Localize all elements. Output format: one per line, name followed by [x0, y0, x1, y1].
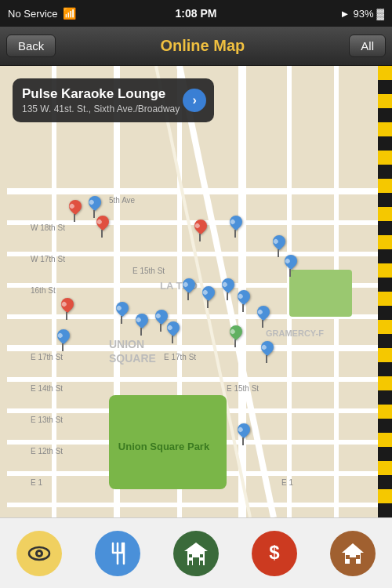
- status-time: 1:08 PM: [176, 7, 217, 20]
- pin-blue[interactable]: [272, 235, 286, 257]
- callout-address: 135 W. 41st. St., Sixth Ave./Broadway: [22, 103, 180, 114]
- pin-blue[interactable]: [237, 423, 251, 445]
- map-area[interactable]: Union Square Park W 18th St W 17th St 16…: [0, 66, 392, 517]
- svg-text:UNION: UNION: [109, 338, 144, 350]
- pin-blue[interactable]: [135, 314, 149, 336]
- svg-text:E 15th St: E 15th St: [132, 267, 165, 275]
- pin-blue[interactable]: [260, 341, 274, 363]
- svg-text:16th St: 16th St: [31, 286, 56, 295]
- svg-text:W 17th St: W 17th St: [31, 255, 65, 263]
- all-button[interactable]: All: [349, 34, 386, 57]
- svg-text:Union Square Park: Union Square Park: [118, 441, 210, 452]
- pin-blue[interactable]: [284, 255, 298, 277]
- callout-title: Pulse Karaoke Lounge: [22, 86, 180, 102]
- svg-text:E 1: E 1: [31, 478, 42, 487]
- pin-red[interactable]: [60, 298, 74, 320]
- svg-text:5th Ave: 5th Ave: [109, 196, 136, 205]
- pin-green[interactable]: [229, 325, 243, 347]
- svg-marker-50: [184, 543, 208, 551]
- tab-house[interactable]: [330, 531, 376, 576]
- pin-red[interactable]: [68, 200, 82, 222]
- svg-marker-57: [342, 543, 364, 553]
- carrier-label: No Service: [8, 8, 58, 20]
- eye-icon[interactable]: [16, 531, 62, 576]
- building-icon[interactable]: [173, 531, 219, 576]
- svg-text:SQUARE: SQUARE: [109, 352, 156, 365]
- tab-bar: $: [0, 517, 392, 588]
- battery-icon: ▓: [377, 8, 384, 20]
- pin-blue[interactable]: [88, 196, 102, 218]
- svg-rect-55: [200, 561, 203, 565]
- pin-blue[interactable]: [182, 278, 196, 300]
- nav-title: Online Map: [160, 37, 245, 55]
- dollar-icon[interactable]: $: [252, 531, 297, 576]
- svg-rect-59: [350, 557, 356, 564]
- yellow-stripe: [378, 66, 392, 517]
- pin-red[interactable]: [194, 220, 208, 241]
- pin-blue[interactable]: [256, 306, 270, 328]
- svg-text:GRAMERCY-F: GRAMERCY-F: [266, 328, 324, 338]
- gps-icon: ►: [340, 8, 350, 20]
- status-left: No Service 📶: [8, 7, 76, 20]
- wifi-icon: 📶: [63, 7, 76, 20]
- status-right: ► 93% ▓: [340, 8, 384, 20]
- pin-red[interactable]: [96, 216, 110, 238]
- svg-text:W 18th St: W 18th St: [31, 223, 65, 232]
- tab-dollar[interactable]: $: [252, 531, 297, 576]
- svg-rect-22: [289, 270, 352, 317]
- pin-blue[interactable]: [56, 329, 71, 351]
- svg-text:E 15th St: E 15th St: [227, 384, 259, 393]
- svg-text:$: $: [269, 542, 280, 563]
- pin-blue[interactable]: [201, 286, 216, 308]
- svg-rect-54: [189, 561, 192, 565]
- svg-text:E 12th St: E 12th St: [31, 447, 63, 456]
- svg-point-42: [38, 552, 41, 555]
- status-bar: No Service 📶 1:08 PM ► 93% ▓: [0, 0, 392, 27]
- pin-blue[interactable]: [229, 216, 243, 238]
- battery-percent: 93%: [353, 8, 373, 20]
- fork-icon[interactable]: [95, 531, 140, 576]
- svg-rect-61: [356, 555, 360, 559]
- svg-text:E 17th St: E 17th St: [31, 353, 63, 361]
- pin-blue[interactable]: [115, 302, 129, 324]
- svg-rect-52: [189, 554, 192, 557]
- svg-rect-60: [346, 555, 350, 559]
- tab-eye[interactable]: [16, 531, 62, 576]
- svg-rect-53: [200, 554, 203, 557]
- pin-blue[interactable]: [221, 278, 235, 300]
- svg-text:E 14th St: E 14th St: [31, 384, 63, 393]
- tab-fork[interactable]: [95, 531, 140, 576]
- pin-blue[interactable]: [237, 290, 251, 312]
- svg-text:E 17th St: E 17th St: [164, 353, 196, 361]
- house-icon[interactable]: [330, 531, 376, 576]
- map-svg: Union Square Park W 18th St W 17th St 16…: [0, 66, 392, 517]
- callout[interactable]: Pulse Karaoke Lounge 135 W. 41st. St., S…: [13, 78, 214, 122]
- tab-building[interactable]: [173, 531, 219, 576]
- svg-text:E 13th St: E 13th St: [31, 416, 63, 424]
- svg-text:E 1: E 1: [281, 478, 293, 487]
- nav-bar: Back Online Map All: [0, 27, 392, 66]
- back-button[interactable]: Back: [6, 34, 56, 57]
- pin-blue[interactable]: [166, 321, 180, 343]
- svg-rect-51: [193, 557, 199, 565]
- callout-arrow-button[interactable]: ›: [183, 89, 206, 112]
